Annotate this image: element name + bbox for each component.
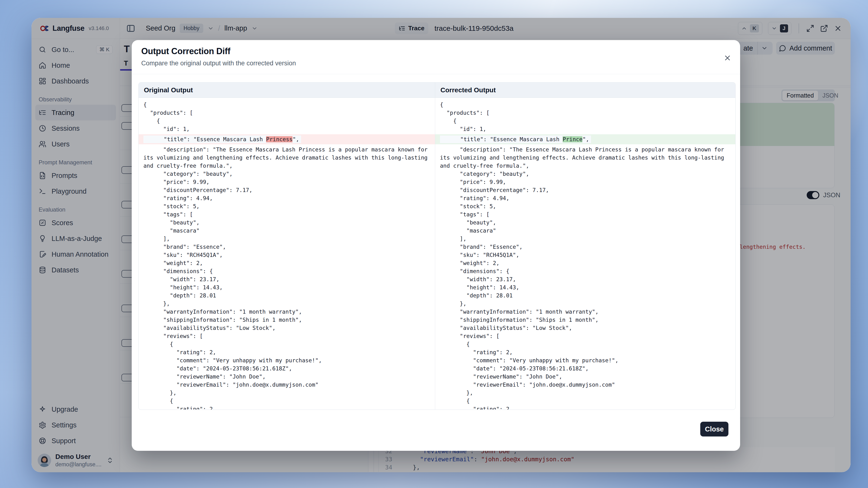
close-button[interactable]: Close (700, 422, 728, 436)
diff-line: "reviewerName": "John Doe", (435, 372, 735, 381)
diff-line: "date": "2024-05-23T08:56:21.618Z", (138, 364, 435, 372)
diff-body: { "products": [ { "id": 1, "title": "Ess… (138, 98, 735, 410)
diff-line: "products": [ (138, 109, 435, 117)
diff-line: "shippingInformation": "Ships in 1 month… (435, 316, 735, 324)
diff-line: "rating": 2, (138, 405, 435, 410)
diff-line: { (138, 340, 435, 348)
diff-line: "width": 23.17, (435, 275, 735, 283)
diff-line: "rating": 2, (435, 405, 735, 410)
diff-line: "tags": [ (435, 210, 735, 219)
diff-line: "products": [ (435, 109, 735, 117)
diff-line: }, (138, 300, 435, 308)
diff-line: "stock": 5, (138, 202, 435, 210)
diff-line: "shippingInformation": "Ships in 1 month… (138, 316, 435, 324)
diff-line: "brand": "Essence", (435, 243, 735, 251)
diff-line: "warrantyInformation": "1 month warranty… (435, 308, 735, 316)
diff-line: "reviews": [ (138, 332, 435, 340)
diff-line-added: "title": "Essence Mascara Lash Prince", (435, 134, 735, 144)
diff-line: }, (435, 300, 735, 308)
diff-line: "depth": 28.01 (138, 291, 435, 300)
modal-subtitle: Compare the original output with the cor… (141, 60, 296, 67)
diff-line-content: "title": "Essence Mascara Lash Princess"… (144, 135, 301, 143)
diff-line: "stock": 5, (435, 202, 735, 210)
diff-line: ], (138, 235, 435, 243)
diff-line: "weight": 2, (138, 259, 435, 267)
diff-line: "id": 1, (138, 125, 435, 133)
diff-line: "category": "beauty", (435, 170, 735, 178)
diff-line: "sku": "RCH45Q1A", (435, 251, 735, 259)
diff-line: "price": 9.99, (435, 178, 735, 186)
diff-line: "tags": [ (138, 210, 435, 219)
corrected-output-header: Corrected Output (435, 83, 735, 98)
diff-word-removed: Princess (266, 136, 292, 142)
diff-line: "category": "beauty", (138, 170, 435, 178)
diff-line: "rating": 4.94, (435, 194, 735, 202)
diff-line: "availabilityStatus": "Low Stock", (435, 324, 735, 332)
diff-line: "rating": 4.94, (138, 194, 435, 202)
diff-line: "depth": 28.01 (435, 291, 735, 300)
output-correction-diff-modal: Output Correction Diff Compare the origi… (132, 40, 740, 451)
diff-line: "comment": "Very unhappy with my purchas… (435, 356, 735, 364)
diff-line: "reviews": [ (435, 332, 735, 340)
diff-line: "discountPercentage": 7.17, (138, 186, 435, 194)
diff-line: { (138, 101, 435, 109)
diff-table-header: Original Output Corrected Output (138, 83, 735, 98)
diff-line: "rating": 2, (435, 348, 735, 356)
diff-line: "beauty", (435, 219, 735, 227)
diff-line: { (138, 397, 435, 405)
modal-title: Output Correction Diff (141, 46, 230, 56)
diff-line: }, (138, 389, 435, 397)
app-window: Langfuse v3.146.0 Seed Org Hobby / llm-a… (31, 18, 850, 472)
diff-table: Original Output Corrected Output { "prod… (138, 82, 736, 410)
diff-line: "reviewerEmail": "john.doe@x.dummyjson.c… (435, 381, 735, 389)
diff-line: "reviewerEmail": "john.doe@x.dummyjson.c… (138, 381, 435, 389)
diff-line: "description": "The Essence Mascara Lash… (138, 145, 435, 170)
diff-line: "brand": "Essence", (138, 243, 435, 251)
diff-line: "reviewerName": "John Doe", (138, 372, 435, 381)
diff-line: "mascara" (138, 227, 435, 235)
diff-line: "beauty", (138, 219, 435, 227)
diff-line: ], (435, 235, 735, 243)
diff-line: "mascara" (435, 227, 735, 235)
diff-line: "date": "2024-05-23T08:56:21.618Z", (435, 364, 735, 372)
original-output-header: Original Output (138, 83, 435, 98)
diff-line-removed: "title": "Essence Mascara Lash Princess"… (138, 134, 435, 144)
diff-line: "height": 14.43, (435, 283, 735, 291)
diff-line: "dimensions": { (435, 267, 735, 275)
diff-line-content: "title": "Essence Mascara Lash Prince", (440, 135, 591, 143)
diff-line: "sku": "RCH45Q1A", (138, 251, 435, 259)
diff-line: "description": "The Essence Mascara Lash… (435, 145, 735, 170)
corrected-output-column[interactable]: { "products": [ { "id": 1, "title": "Ess… (435, 98, 735, 410)
diff-line: }, (435, 389, 735, 397)
diff-line: "dimensions": { (138, 267, 435, 275)
diff-line: "weight": 2, (435, 259, 735, 267)
diff-line: "rating": 2, (138, 348, 435, 356)
diff-line: { (435, 397, 735, 405)
diff-line: { (435, 340, 735, 348)
original-output-column[interactable]: { "products": [ { "id": 1, "title": "Ess… (138, 98, 435, 410)
modal-close-icon[interactable] (723, 54, 732, 62)
diff-line: { (435, 117, 735, 125)
diff-line: "id": 1, (435, 125, 735, 133)
diff-line: { (138, 117, 435, 125)
diff-word-added: Prince (563, 136, 582, 142)
diff-line: "warrantyInformation": "1 month warranty… (138, 308, 435, 316)
diff-line: "width": 23.17, (138, 275, 435, 283)
diff-line: "discountPercentage": 7.17, (435, 186, 735, 194)
diff-line: "height": 14.43, (138, 283, 435, 291)
diff-line: { (435, 101, 735, 109)
diff-line: "comment": "Very unhappy with my purchas… (138, 356, 435, 364)
diff-line: "price": 9.99, (138, 178, 435, 186)
diff-line: "availabilityStatus": "Low Stock", (138, 324, 435, 332)
